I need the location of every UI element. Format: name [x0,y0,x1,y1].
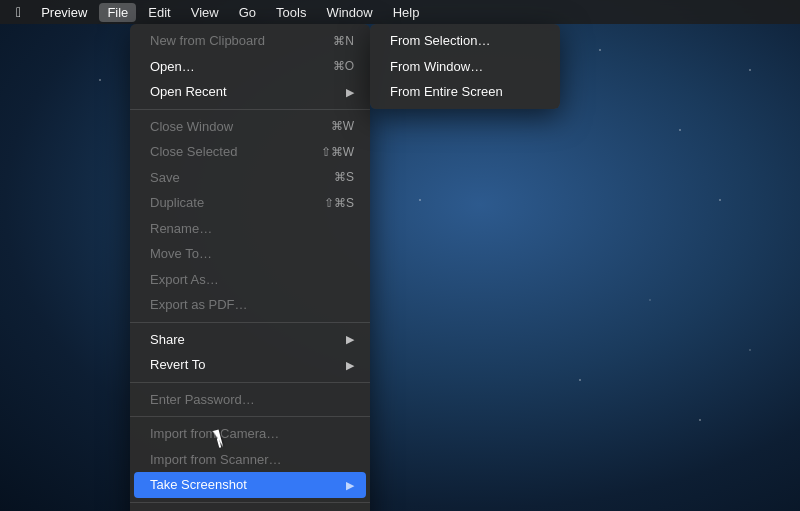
menu-item-open-recent[interactable]: Open Recent ▶ [130,79,370,105]
menubar:  Preview File Edit View Go Tools Window… [0,0,800,24]
submenu-item-label: From Selection… [390,31,490,51]
submenu-item-from-entire-screen[interactable]: From Entire Screen [370,79,560,105]
menu-item-label: Share [150,330,185,350]
submenu-item-label: From Entire Screen [390,82,503,102]
menu-item-shortcut: ⌘S [334,168,354,186]
separator-3 [130,382,370,383]
menu-item-shortcut: ⌘W [331,117,354,135]
menu-item-label: Export As… [150,270,219,290]
menu-item-export-as[interactable]: Export As… [130,267,370,293]
menu-item-label: Close Selected [150,142,237,162]
separator-5 [130,502,370,503]
arrow-icon: ▶ [346,84,354,101]
menu-item-enter-password[interactable]: Enter Password… [130,387,370,413]
menubar-window[interactable]: Window [318,3,380,22]
menu-item-label: Enter Password… [150,390,255,410]
menu-item-rename[interactable]: Rename… [130,216,370,242]
submenu-item-from-window[interactable]: From Window… [370,54,560,80]
menubar-preview[interactable]: Preview [33,3,95,22]
separator-2 [130,322,370,323]
separator-1 [130,109,370,110]
menubar-go[interactable]: Go [231,3,264,22]
menu-item-open[interactable]: Open… ⌘O [130,54,370,80]
menu-item-shortcut: ⌘O [333,57,354,75]
submenu-item-from-selection[interactable]: From Selection… [370,28,560,54]
menu-item-shortcut: ⇧⌘S [324,194,354,212]
submenu-item-label: From Window… [390,57,483,77]
menu-item-label: Open Recent [150,82,227,102]
menu-item-share[interactable]: Share ▶ [130,327,370,353]
apple-menu[interactable]:  [8,4,29,20]
menu-item-take-screenshot[interactable]: Take Screenshot ▶ [134,472,366,498]
menu-item-shortcut: ⇧⌘W [321,143,354,161]
menu-item-label: Rename… [150,219,212,239]
separator-4 [130,416,370,417]
file-menu: New from Clipboard ⌘N Open… ⌘O Open Rece… [130,24,370,511]
menubar-tools[interactable]: Tools [268,3,314,22]
menubar-help[interactable]: Help [385,3,428,22]
menu-item-shortcut: ⌘N [333,32,354,50]
menu-item-import-camera[interactable]: Import from Camera… [130,421,370,447]
menu-item-label: Duplicate [150,193,204,213]
menu-item-label: Save [150,168,180,188]
menu-item-label: Import from Scanner… [150,450,282,470]
arrow-icon: ▶ [346,357,354,374]
menu-item-print[interactable]: Print… ⌘P [130,507,370,512]
arrow-icon: ▶ [346,331,354,348]
menu-item-label: Revert To [150,355,205,375]
menu-item-save[interactable]: Save ⌘S [130,165,370,191]
menubar-file[interactable]: File [99,3,136,22]
menubar-edit[interactable]: Edit [140,3,178,22]
menu-item-label: Import from Camera… [150,424,279,444]
menubar-view[interactable]: View [183,3,227,22]
menu-item-move-to[interactable]: Move To… [130,241,370,267]
menu-item-label: Take Screenshot [150,475,247,495]
menu-item-label: Export as PDF… [150,295,248,315]
menu-item-label: New from Clipboard [150,31,265,51]
desktop:  Preview File Edit View Go Tools Window… [0,0,800,511]
menu-item-close-selected[interactable]: Close Selected ⇧⌘W [130,139,370,165]
menu-item-export-pdf[interactable]: Export as PDF… [130,292,370,318]
menu-item-revert-to[interactable]: Revert To ▶ [130,352,370,378]
arrow-icon: ▶ [346,477,354,494]
menu-item-close-window[interactable]: Close Window ⌘W [130,114,370,140]
menu-item-new-from-clipboard[interactable]: New from Clipboard ⌘N [130,28,370,54]
screenshot-submenu: From Selection… From Window… From Entire… [370,24,560,109]
menu-item-import-scanner[interactable]: Import from Scanner… [130,447,370,473]
menu-item-label: Open… [150,57,195,77]
menu-item-duplicate[interactable]: Duplicate ⇧⌘S [130,190,370,216]
menu-item-label: Move To… [150,244,212,264]
menu-item-label: Close Window [150,117,233,137]
